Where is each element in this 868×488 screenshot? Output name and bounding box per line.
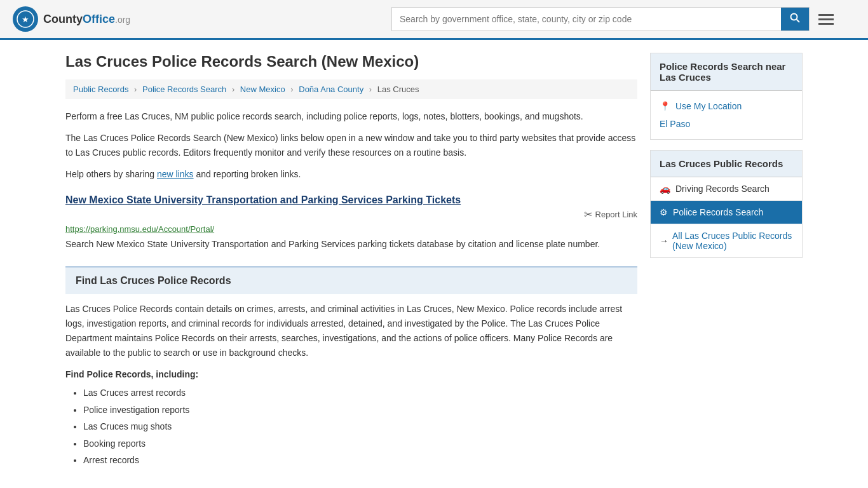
logo-area: ★ CountyOffice.org: [13, 6, 130, 32]
public-records-card: Las Cruces Public Records 🚗 Driving Reco…: [650, 150, 803, 258]
resource-title[interactable]: New Mexico State University Transportati…: [65, 194, 637, 206]
list-item: Booking reports: [83, 435, 637, 452]
gear-icon: ⚙: [660, 207, 668, 217]
breadcrumb-new-mexico[interactable]: New Mexico: [240, 85, 285, 94]
logo-icon: ★: [13, 6, 38, 32]
find-section-title: Find Las Cruces Police Records: [76, 275, 231, 286]
hamburger-line-1: [818, 14, 834, 16]
resource-url[interactable]: https://parking.nmsu.edu/Account/Portal/: [65, 224, 637, 234]
find-list-title: Find Police Records, including:: [65, 369, 637, 379]
el-paso-link[interactable]: El Paso: [660, 119, 690, 129]
logo-text: CountyOffice.org: [43, 13, 130, 26]
search-input[interactable]: [392, 8, 781, 30]
list-item: Police investigation reports: [83, 402, 637, 419]
resource-actions: ✂ Report Link: [65, 208, 637, 220]
scissors-icon: ✂: [584, 208, 592, 220]
nearby-card-body: 📍 Use My Location El Paso: [651, 91, 802, 139]
content-area: Las Cruces Police Records Search (New Me…: [65, 53, 637, 469]
public-records-card-header: Las Cruces Public Records: [651, 151, 802, 177]
svg-text:★: ★: [22, 15, 29, 24]
new-links-link[interactable]: new links: [157, 169, 194, 179]
list-item: Arrest records: [83, 452, 637, 469]
breadcrumb: Public Records › Police Records Search ›…: [65, 79, 637, 99]
search-input-wrap: [391, 7, 810, 31]
location-pin-icon: 📍: [660, 101, 670, 111]
car-icon: 🚗: [660, 184, 670, 194]
description-2: The Las Cruces Police Records Search (Ne…: [65, 131, 637, 159]
sidebar: Police Records Search near Las Cruces 📍 …: [650, 53, 803, 469]
nearby-card: Police Records Search near Las Cruces 📍 …: [650, 53, 803, 140]
resource-description: Search New Mexico State University Trans…: [65, 238, 637, 251]
hamburger-line-2: [818, 18, 834, 20]
use-my-location-link[interactable]: Use My Location: [675, 101, 742, 111]
page-title: Las Cruces Police Records Search (New Me…: [65, 53, 637, 71]
find-section-header: Find Las Cruces Police Records: [65, 266, 637, 294]
all-records-link[interactable]: All Las Cruces Public Records (New Mexic…: [672, 231, 793, 251]
breadcrumb-las-cruces: Las Cruces: [377, 85, 419, 94]
search-bar: [391, 7, 836, 31]
list-item: Las Cruces arrest records: [83, 384, 637, 402]
sidebar-all-records: → All Las Cruces Public Records (New Mex…: [651, 224, 802, 257]
svg-line-3: [797, 20, 800, 23]
nearby-city-el-paso: El Paso: [660, 115, 793, 133]
breadcrumb-public-records[interactable]: Public Records: [73, 85, 128, 94]
use-my-location-item: 📍 Use My Location: [660, 97, 793, 115]
site-header: ★ CountyOffice.org: [0, 0, 868, 40]
report-link-button[interactable]: ✂ Report Link: [584, 208, 637, 220]
search-button[interactable]: [781, 8, 809, 30]
svg-point-2: [791, 14, 797, 20]
main-container: Las Cruces Police Records Search (New Me…: [53, 40, 815, 482]
find-section-body: Las Cruces Police Records contain detail…: [65, 302, 637, 360]
hamburger-button[interactable]: [816, 11, 836, 27]
breadcrumb-police-records-search[interactable]: Police Records Search: [142, 85, 226, 94]
description-3: Help others by sharing new links and rep…: [65, 167, 637, 181]
arrow-right-icon: →: [660, 236, 668, 246]
list-item: Las Cruces mug shots: [83, 418, 637, 435]
sidebar-driving-records[interactable]: 🚗 Driving Records Search: [651, 177, 802, 201]
breadcrumb-dona-ana[interactable]: Doña Ana County: [299, 85, 363, 94]
hamburger-line-3: [818, 23, 834, 25]
sidebar-police-records[interactable]: ⚙ Police Records Search: [651, 201, 802, 224]
find-list: Las Cruces arrest records Police investi…: [65, 384, 637, 469]
nearby-card-header: Police Records Search near Las Cruces: [651, 53, 802, 91]
description-1: Perform a free Las Cruces, NM public pol…: [65, 109, 637, 123]
